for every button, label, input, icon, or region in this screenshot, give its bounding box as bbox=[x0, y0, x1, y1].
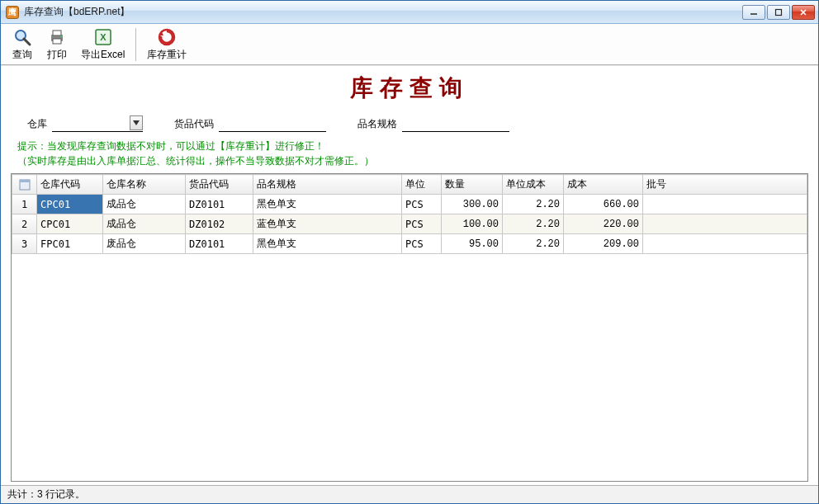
cell-warehouse-code[interactable]: CPC01 bbox=[37, 214, 103, 234]
warehouse-label: 仓库 bbox=[27, 117, 47, 131]
export-excel-button[interactable]: X 导出Excel bbox=[75, 25, 130, 64]
cell-warehouse-name[interactable]: 成品仓 bbox=[103, 214, 186, 234]
status-bar: 共计：3 行记录。 bbox=[1, 485, 818, 503]
excel-icon: X bbox=[93, 27, 113, 47]
col-product-name[interactable]: 品名规格 bbox=[253, 175, 402, 195]
hint-line2: （实时库存是由出入库单据汇总、统计得出，操作不当导致数据不对才需修正。） bbox=[17, 153, 802, 168]
col-cost[interactable]: 成本 bbox=[564, 175, 643, 195]
cell-lot[interactable] bbox=[643, 195, 807, 214]
toolbar-separator bbox=[135, 28, 136, 61]
cell-product-name[interactable]: 蓝色单支 bbox=[253, 214, 402, 234]
warehouse-combo[interactable] bbox=[52, 115, 143, 132]
product-name-input[interactable] bbox=[402, 115, 509, 132]
product-code-input[interactable] bbox=[219, 115, 326, 132]
export-label: 导出Excel bbox=[81, 48, 125, 62]
product-code-label: 货品代码 bbox=[174, 117, 214, 131]
toolbar: 查询 打印 X 导出Excel 库存重计 bbox=[1, 24, 818, 65]
status-text: 共计：3 行记录。 bbox=[7, 488, 85, 502]
row-number[interactable]: 3 bbox=[12, 234, 37, 254]
window-controls bbox=[742, 5, 815, 20]
cell-cost[interactable]: 220.00 bbox=[564, 214, 643, 234]
maximize-button[interactable] bbox=[767, 5, 790, 20]
row-selector-header[interactable] bbox=[12, 175, 37, 195]
page-title: 库存查询 bbox=[2, 69, 817, 112]
hint-text: 提示：当发现库存查询数据不对时，可以通过【库存重计】进行修正！ （实时库存是由出… bbox=[2, 137, 817, 173]
recalc-label: 库存重计 bbox=[147, 48, 187, 62]
svg-point-9 bbox=[60, 35, 62, 37]
table-row[interactable]: 3FPC01废品仓DZ0101黑色单支PCS95.002.20209.00 bbox=[12, 234, 807, 254]
table-row[interactable]: 1CPC01成品仓DZ0101黑色单支PCS300.002.20660.00 bbox=[12, 195, 807, 214]
svg-rect-1 bbox=[776, 9, 782, 15]
row-number[interactable]: 1 bbox=[12, 195, 37, 214]
printer-icon bbox=[47, 27, 67, 47]
cell-product-name[interactable]: 黑色单支 bbox=[253, 234, 402, 254]
col-qty[interactable]: 数量 bbox=[442, 175, 503, 195]
col-unit-cost[interactable]: 单位成本 bbox=[503, 175, 564, 195]
query-label: 查询 bbox=[12, 48, 32, 62]
svg-rect-16 bbox=[20, 180, 30, 182]
table-row[interactable]: 2CPC01成品仓DZ0102蓝色单支PCS100.002.20220.00 bbox=[12, 214, 807, 234]
cell-warehouse-name[interactable]: 成品仓 bbox=[103, 195, 186, 214]
svg-line-5 bbox=[24, 39, 30, 45]
app-icon: 鹰 bbox=[6, 6, 19, 19]
cell-product-name[interactable]: 黑色单支 bbox=[253, 195, 402, 214]
col-warehouse-name[interactable]: 仓库名称 bbox=[103, 175, 186, 195]
cell-warehouse-name[interactable]: 废品仓 bbox=[103, 234, 186, 254]
cell-product-code[interactable]: DZ0101 bbox=[186, 195, 253, 214]
cell-unit[interactable]: PCS bbox=[402, 214, 442, 234]
minimize-button[interactable] bbox=[742, 5, 765, 20]
magnifier-icon bbox=[12, 27, 32, 47]
recalc-button[interactable]: 库存重计 bbox=[141, 25, 192, 64]
cell-qty[interactable]: 300.00 bbox=[442, 195, 503, 214]
cell-warehouse-code[interactable]: CPC01 bbox=[37, 195, 103, 214]
svg-text:X: X bbox=[100, 32, 107, 42]
print-label: 打印 bbox=[47, 48, 67, 62]
content-area: 库存查询 仓库 货品代码 品名规格 提示：当发现库存查询数据不对时，可以通过【库… bbox=[1, 65, 818, 485]
cell-unit[interactable]: PCS bbox=[402, 234, 442, 254]
col-product-code[interactable]: 货品代码 bbox=[186, 175, 253, 195]
cell-warehouse-code[interactable]: FPC01 bbox=[37, 234, 103, 254]
svg-rect-7 bbox=[53, 31, 61, 35]
warehouse-select[interactable] bbox=[52, 115, 143, 131]
query-button[interactable]: 查询 bbox=[6, 25, 39, 64]
col-unit[interactable]: 单位 bbox=[402, 175, 442, 195]
hint-line1: 提示：当发现库存查询数据不对时，可以通过【库存重计】进行修正！ bbox=[17, 139, 802, 153]
cell-qty[interactable]: 95.00 bbox=[442, 234, 503, 254]
col-warehouse-code[interactable]: 仓库代码 bbox=[37, 175, 103, 195]
product-name-label: 品名规格 bbox=[357, 117, 397, 131]
cell-qty[interactable]: 100.00 bbox=[442, 214, 503, 234]
cell-cost[interactable]: 660.00 bbox=[564, 195, 643, 214]
close-button[interactable] bbox=[792, 5, 815, 20]
cell-cost[interactable]: 209.00 bbox=[564, 234, 643, 254]
window-title: 库存查询【bdERP.net】 bbox=[24, 5, 130, 19]
cell-product-code[interactable]: DZ0101 bbox=[186, 234, 253, 254]
svg-rect-8 bbox=[53, 39, 61, 44]
cell-unit-cost[interactable]: 2.20 bbox=[503, 234, 564, 254]
cell-unit[interactable]: PCS bbox=[402, 195, 442, 214]
cell-product-code[interactable]: DZ0102 bbox=[186, 214, 253, 234]
title-bar: 鹰 库存查询【bdERP.net】 bbox=[1, 1, 818, 24]
col-lot[interactable]: 批号 bbox=[643, 175, 807, 195]
cell-unit-cost[interactable]: 2.20 bbox=[503, 214, 564, 234]
grid-header-row: 仓库代码 仓库名称 货品代码 品名规格 单位 数量 单位成本 成本 批号 bbox=[12, 175, 807, 195]
data-grid[interactable]: 仓库代码 仓库名称 货品代码 品名规格 单位 数量 单位成本 成本 批号 1CP… bbox=[11, 173, 808, 482]
filter-row: 仓库 货品代码 品名规格 bbox=[2, 112, 817, 137]
cell-unit-cost[interactable]: 2.20 bbox=[503, 195, 564, 214]
cell-lot[interactable] bbox=[643, 214, 807, 234]
print-button[interactable]: 打印 bbox=[40, 25, 73, 64]
row-number[interactable]: 2 bbox=[12, 214, 37, 234]
refresh-icon bbox=[157, 27, 177, 47]
app-window: 鹰 库存查询【bdERP.net】 查询 打印 bbox=[0, 0, 819, 504]
cell-lot[interactable] bbox=[643, 234, 807, 254]
